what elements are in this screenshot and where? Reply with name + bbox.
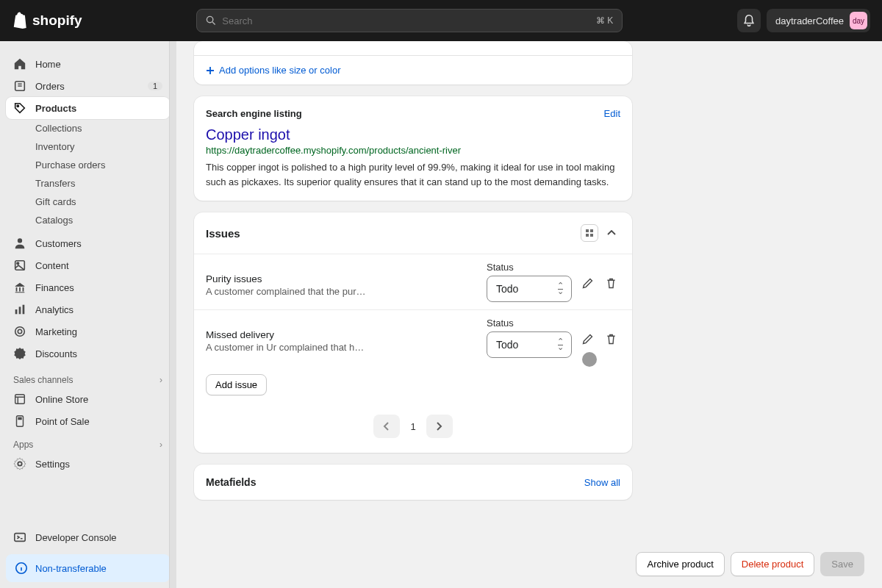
marketing-icon (13, 325, 26, 338)
nav-inventory[interactable]: Inventory (28, 137, 170, 156)
nav-settings[interactable]: Settings (6, 453, 170, 475)
pager-prev-button[interactable] (373, 415, 400, 438)
apps-header[interactable]: Apps › (6, 432, 170, 453)
nav-label: Gift cards (35, 196, 76, 207)
nav-home[interactable]: Home (6, 53, 170, 75)
nav-gift-cards[interactable]: Gift cards (28, 193, 170, 211)
orders-badge: 1 (148, 82, 162, 90)
nav-collections[interactable]: Collections (28, 119, 170, 137)
customers-icon (13, 237, 26, 250)
finances-icon (13, 281, 26, 294)
view-toggle-button[interactable] (581, 224, 598, 242)
edit-issue-button[interactable] (581, 332, 594, 345)
search-icon (206, 15, 216, 26)
svg-rect-16 (586, 229, 589, 232)
pager-next-button[interactable] (426, 415, 453, 438)
issues-card: Issues Purity issues A customer complain… (194, 212, 632, 453)
content-icon (13, 259, 26, 272)
trash-icon (605, 333, 617, 345)
svg-rect-13 (18, 417, 21, 420)
analytics-icon (13, 303, 26, 316)
issue-row: Missed delivery A customer in Ur complai… (194, 309, 632, 365)
status-label: Status (487, 262, 572, 273)
issue-description: A customer in Ur complained that h… (206, 342, 478, 353)
nav-content[interactable]: Content (6, 254, 170, 276)
nav-products[interactable]: Products (6, 97, 170, 119)
select-chevron-icon: ⌃⌄ (557, 283, 564, 294)
nav-catalogs[interactable]: Catalogs (28, 211, 170, 229)
chip-label: Non-transferable (35, 563, 107, 574)
nav-discounts[interactable]: Discounts (6, 343, 170, 365)
nav-label: Transfers (35, 178, 75, 189)
nav-label: Purchase orders (35, 159, 105, 171)
nav-point-of-sale[interactable]: Point of Sale (6, 410, 170, 432)
nav-customers[interactable]: Customers (6, 232, 170, 254)
archive-button[interactable]: Archive product (636, 552, 724, 576)
discounts-icon (13, 347, 26, 360)
chevron-right-icon: › (159, 440, 162, 450)
nav-online-store[interactable]: Online Store (6, 388, 170, 410)
save-button[interactable]: Save (820, 552, 864, 576)
main: Add options like size or color Search en… (176, 41, 882, 588)
nav-label: Analytics (35, 304, 74, 315)
add-issue-button[interactable]: Add issue (206, 374, 267, 395)
nav-marketing[interactable]: Marketing (6, 320, 170, 343)
trash-icon (605, 277, 617, 290)
nav-label: Catalogs (35, 215, 73, 226)
non-transferable-chip[interactable]: Non-transferable (6, 554, 170, 582)
seo-edit-link[interactable]: Edit (604, 108, 620, 119)
collapse-button[interactable] (603, 224, 620, 242)
svg-rect-17 (590, 229, 593, 232)
sales-channels-header[interactable]: Sales channels › (6, 368, 170, 388)
nav-label: Finances (35, 282, 74, 293)
nav-label: Online Store (35, 394, 88, 405)
delete-button[interactable]: Delete product (731, 552, 815, 576)
metafields-show-all[interactable]: Show all (584, 477, 620, 488)
metafields-title: Metafields (206, 476, 256, 488)
edit-issue-button[interactable] (581, 276, 594, 290)
issue-title: Purity issues (206, 273, 478, 284)
chevron-left-icon (383, 422, 390, 431)
search-kbd: ⌘ K (596, 15, 613, 26)
svg-point-0 (207, 16, 213, 22)
delete-issue-button[interactable] (604, 276, 617, 290)
svg-point-10 (18, 329, 21, 333)
status-select[interactable]: Todo ⌃⌄ (487, 331, 572, 358)
section-label: Sales channels (13, 375, 73, 385)
nav-analytics[interactable]: Analytics (6, 298, 170, 320)
chevron-right-icon (436, 422, 443, 431)
pos-icon (13, 415, 26, 428)
search-input[interactable] (222, 15, 590, 26)
nav-orders[interactable]: Orders 1 (6, 75, 170, 97)
notifications-button[interactable] (737, 9, 761, 32)
search-bar[interactable]: ⌘ K (196, 9, 623, 32)
add-options-link[interactable]: Add options like size or color (194, 56, 632, 85)
svg-rect-8 (23, 305, 25, 315)
svg-rect-6 (15, 309, 18, 314)
topbar: shopify ⌘ K daytraderCoffee day (0, 0, 882, 41)
store-name: daytraderCoffee (775, 15, 844, 26)
orders-icon (13, 79, 26, 93)
brand-text: shopify (32, 12, 82, 29)
delete-issue-button[interactable] (604, 332, 617, 345)
avatar: day (850, 12, 867, 29)
nav-label: Content (35, 260, 69, 271)
info-icon (15, 562, 28, 575)
seo-description: This copper ingot is polished to a high … (206, 160, 620, 189)
seo-card: Search engine listing Edit Copper ingot … (194, 96, 632, 201)
store-icon (13, 392, 26, 406)
grid-icon (585, 229, 594, 237)
status-select[interactable]: Todo ⌃⌄ (487, 276, 572, 302)
nav-finances[interactable]: Finances (6, 276, 170, 298)
nav-developer-console[interactable]: Developer Console (6, 526, 170, 548)
svg-rect-18 (586, 234, 589, 237)
issues-title: Issues (206, 227, 240, 240)
shopify-logo[interactable]: shopify (12, 12, 82, 29)
store-menu[interactable]: daytraderCoffee day (767, 9, 870, 32)
products-icon (13, 101, 26, 115)
footer-actions: Archive product Delete product Save (636, 552, 864, 576)
nav-label: Customers (35, 238, 82, 249)
nav-purchase-orders[interactable]: Purchase orders (28, 156, 170, 174)
nav-transfers[interactable]: Transfers (28, 174, 170, 193)
metafields-card: Metafields Show all (194, 465, 632, 500)
